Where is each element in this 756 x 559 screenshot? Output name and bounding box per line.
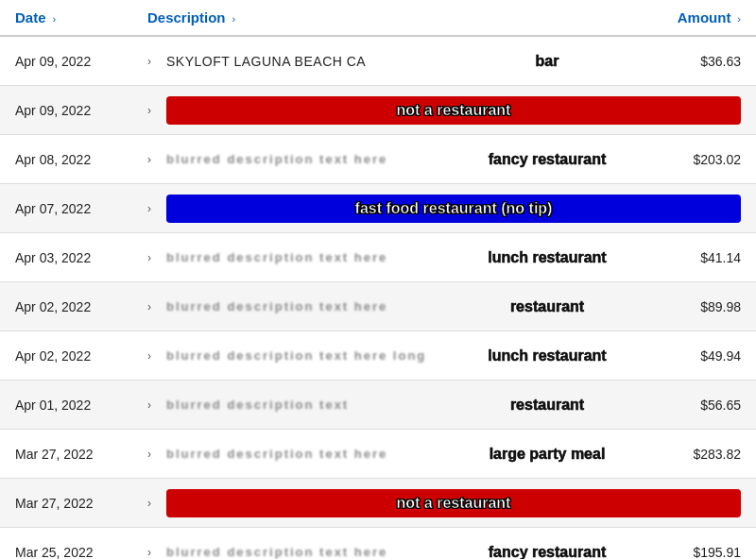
row-amount: $49.94 bbox=[656, 348, 741, 364]
row-category: restaurant bbox=[438, 397, 656, 414]
row-description: blurred description text here bbox=[166, 545, 438, 559]
table-row[interactable]: Apr 09, 2022›SKYLOFT LAGUNA BEACH CAbar$… bbox=[0, 37, 756, 86]
transaction-table: Date › Description › Amount › Apr 09, 20… bbox=[0, 0, 756, 559]
table-row[interactable]: Mar 25, 2022›blurred description text he… bbox=[0, 528, 756, 559]
row-category: restaurant bbox=[438, 298, 656, 315]
row-date: Apr 09, 2022 bbox=[15, 54, 147, 69]
table-row[interactable]: Apr 01, 2022›blurred description textres… bbox=[0, 381, 756, 430]
row-date: Mar 27, 2022 bbox=[15, 447, 147, 462]
row-date: Apr 01, 2022 bbox=[15, 398, 147, 413]
row-date: Apr 08, 2022 bbox=[15, 152, 147, 167]
row-expand-icon[interactable]: › bbox=[147, 300, 166, 313]
row-amount: $89.98 bbox=[656, 299, 741, 314]
category-bar: not a restaurant bbox=[166, 96, 741, 125]
table-row[interactable]: Mar 27, 2022›not a restaurant bbox=[0, 479, 756, 528]
amount-sort-icon: › bbox=[737, 13, 741, 25]
row-description: blurred description text here long bbox=[166, 348, 438, 363]
row-date: Apr 02, 2022 bbox=[15, 348, 147, 364]
table-row[interactable]: Apr 08, 2022›blurred description text he… bbox=[0, 135, 756, 184]
row-expand-icon[interactable]: › bbox=[147, 104, 166, 117]
row-date: Mar 25, 2022 bbox=[15, 545, 147, 560]
row-expand-icon[interactable]: › bbox=[147, 349, 166, 363]
row-expand-icon[interactable]: › bbox=[147, 202, 166, 215]
table-row[interactable]: Apr 02, 2022›blurred description text he… bbox=[0, 282, 756, 331]
row-category: lunch restaurant bbox=[438, 347, 656, 364]
table-row[interactable]: Apr 07, 2022›fast food restaurant (no ti… bbox=[0, 184, 756, 233]
row-date: Apr 09, 2022 bbox=[15, 103, 147, 118]
row-amount: $36.63 bbox=[656, 54, 741, 69]
date-sort-icon: › bbox=[52, 13, 56, 25]
row-amount: $41.14 bbox=[656, 250, 741, 265]
row-expand-icon[interactable]: › bbox=[147, 153, 166, 166]
row-date: Mar 27, 2022 bbox=[15, 496, 147, 511]
row-expand-icon[interactable]: › bbox=[147, 448, 166, 461]
row-category: large party meal bbox=[438, 446, 656, 463]
table-row[interactable]: Apr 02, 2022›blurred description text he… bbox=[0, 331, 756, 381]
table-row[interactable]: Apr 03, 2022›blurred description text he… bbox=[0, 233, 756, 282]
amount-header[interactable]: Amount › bbox=[637, 9, 741, 25]
row-amount: $203.02 bbox=[656, 152, 741, 167]
desc-header[interactable]: Description › bbox=[147, 9, 637, 25]
row-amount: $56.65 bbox=[656, 398, 741, 413]
row-expand-icon[interactable]: › bbox=[147, 55, 166, 68]
row-description: blurred description text here bbox=[166, 299, 438, 313]
category-bar: fast food restaurant (no tip) bbox=[166, 195, 741, 223]
row-expand-icon[interactable]: › bbox=[147, 398, 166, 412]
row-description: not a restaurant bbox=[166, 489, 741, 517]
row-date: Apr 03, 2022 bbox=[15, 250, 147, 265]
table-row[interactable]: Apr 09, 2022›not a restaurant bbox=[0, 86, 756, 135]
rows-container: Apr 09, 2022›SKYLOFT LAGUNA BEACH CAbar$… bbox=[0, 37, 756, 559]
desc-sort-icon: › bbox=[232, 13, 235, 25]
row-date: Apr 07, 2022 bbox=[15, 201, 147, 216]
date-header[interactable]: Date › bbox=[15, 9, 147, 25]
row-amount: $283.82 bbox=[656, 447, 741, 462]
row-expand-icon[interactable]: › bbox=[147, 546, 166, 559]
row-description: blurred description text bbox=[166, 398, 438, 412]
row-expand-icon[interactable]: › bbox=[147, 251, 166, 264]
row-description: SKYLOFT LAGUNA BEACH CA bbox=[166, 54, 438, 69]
table-row[interactable]: Mar 27, 2022›blurred description text he… bbox=[0, 430, 756, 479]
row-date: Apr 02, 2022 bbox=[15, 299, 147, 314]
row-description: not a restaurant bbox=[166, 96, 741, 125]
row-description: fast food restaurant (no tip) bbox=[166, 195, 741, 223]
row-category: fancy restaurant bbox=[438, 544, 656, 560]
row-description: blurred description text here bbox=[166, 152, 438, 166]
row-category: bar bbox=[438, 53, 656, 70]
category-bar: not a restaurant bbox=[166, 489, 741, 517]
row-category: fancy restaurant bbox=[438, 151, 656, 168]
row-expand-icon[interactable]: › bbox=[147, 497, 166, 510]
table-header: Date › Description › Amount › bbox=[0, 0, 756, 37]
row-category: lunch restaurant bbox=[438, 249, 656, 266]
row-description: blurred description text here bbox=[166, 250, 438, 264]
row-amount: $195.91 bbox=[656, 545, 741, 560]
row-description: blurred description text here bbox=[166, 447, 438, 461]
